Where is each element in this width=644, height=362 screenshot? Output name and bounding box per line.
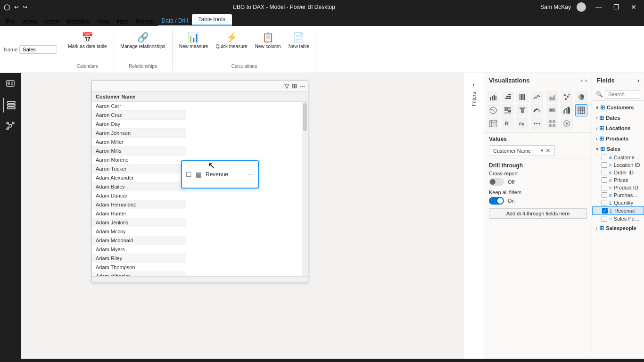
mark-as-date-btn[interactable]: 📅 Mark as date table — [65, 30, 109, 51]
field-checkbox[interactable] — [602, 155, 607, 160]
manage-relationships-btn[interactable]: 🔗 Manage relationships — [118, 30, 168, 51]
table-row[interactable]: Aaron Cruz — [92, 111, 186, 120]
more-options-icon[interactable]: ··· — [300, 82, 305, 90]
field-item[interactable]: ΣQuantity — [592, 199, 644, 206]
table-row[interactable]: Adam Duncan — [92, 191, 186, 200]
table-row[interactable]: Aaron Johnson — [92, 129, 186, 138]
viz-more[interactable] — [531, 117, 543, 130]
field-group-header-customers[interactable]: ▾⊞Customers — [592, 103, 644, 112]
viz-arrow-left[interactable]: ‹ — [581, 77, 583, 84]
field-item[interactable]: ≡Customer ID — [592, 154, 644, 161]
scrollbar-thumb[interactable] — [303, 103, 307, 131]
viz-scatter[interactable] — [561, 91, 573, 103]
drag-card-more[interactable]: ··· — [248, 170, 254, 179]
field-checkbox[interactable] — [602, 185, 607, 190]
field-group-header-products[interactable]: ›⊞Products — [592, 134, 644, 143]
sidebar-report-icon[interactable] — [3, 77, 18, 92]
menu-help[interactable]: Help — [113, 17, 132, 26]
viz-funnel[interactable] — [516, 104, 528, 116]
table-row[interactable]: Adam Hernandez — [92, 200, 186, 209]
viz-area-chart[interactable] — [546, 91, 558, 103]
viz-pie[interactable] — [575, 91, 587, 103]
field-item[interactable]: ≡Order ID — [592, 169, 644, 176]
field-checkbox[interactable] — [602, 162, 607, 168]
table-row[interactable]: Adam Bailey — [92, 182, 186, 191]
table-row[interactable]: Adam Wheeler — [92, 272, 186, 276]
menu-modeling[interactable]: Modeling — [63, 17, 93, 26]
table-row[interactable]: Adam Mccoy — [92, 227, 186, 236]
menu-file[interactable]: File — [2, 17, 18, 26]
table-row[interactable]: Aaron Carr — [92, 102, 186, 111]
viz-kpi[interactable] — [561, 104, 573, 116]
cross-report-toggle[interactable] — [489, 178, 504, 186]
keep-filters-toggle[interactable] — [489, 197, 504, 205]
field-group-header-locations[interactable]: ›⊞Locations — [592, 123, 644, 133]
menu-insert[interactable]: Insert — [41, 17, 63, 26]
viz-column-chart[interactable] — [502, 91, 514, 103]
menu-home[interactable]: Home — [18, 17, 41, 26]
field-item[interactable]: ≡Sales Perso... — [592, 215, 644, 222]
search-input[interactable] — [605, 90, 640, 99]
table-row[interactable]: Aaron Miller — [92, 138, 186, 147]
menu-data-drill[interactable]: Data / Drill — [158, 16, 192, 26]
quick-measure-btn[interactable]: ⚡ Quick measure — [213, 30, 250, 51]
viz-matrix[interactable] — [487, 117, 499, 130]
fields-expand-arrow[interactable]: › — [637, 77, 639, 84]
viz-py-visual[interactable]: Py — [516, 117, 528, 130]
viz-table[interactable] — [575, 104, 587, 116]
field-group-header-salespeople[interactable]: ›⊞Salespeople — [592, 223, 644, 233]
table-row[interactable]: Aaron Tucker — [92, 165, 186, 173]
filter-collapse-arrow[interactable]: ‹ — [472, 81, 475, 88]
new-column-btn[interactable]: 📋 New column — [252, 30, 284, 51]
viz-extra1[interactable] — [546, 117, 558, 130]
close-btn[interactable]: ✕ — [627, 2, 640, 12]
field-group-header-sales[interactable]: ▾⊞Sales — [592, 144, 644, 154]
table-row[interactable]: Aaron Mills — [92, 147, 186, 156]
canvas-area[interactable]: ▽ ⊞ ··· Customer Name Aaron CarrAaron Cr… — [21, 73, 463, 359]
field-checkbox[interactable] — [602, 200, 607, 206]
viz-r-visual[interactable]: R — [502, 117, 514, 130]
table-row[interactable]: Aaron Moreno — [92, 156, 186, 165]
minimize-btn[interactable]: — — [592, 2, 606, 12]
field-checkbox[interactable] — [602, 216, 607, 222]
viz-arrow-right[interactable]: › — [585, 77, 587, 84]
viz-gauge[interactable] — [531, 104, 543, 116]
field-item[interactable]: ✓ΣRevenue — [592, 206, 644, 215]
viz-treemap[interactable] — [502, 104, 514, 116]
table-row[interactable]: Aaron Day — [92, 120, 186, 129]
new-measure-btn[interactable]: 📊 New measure — [176, 30, 211, 51]
filter-icon[interactable]: ▽ — [284, 82, 289, 90]
table-row[interactable]: Adam Riley — [92, 254, 186, 263]
name-input[interactable] — [19, 45, 57, 54]
table-row[interactable]: Adam Myers — [92, 245, 186, 254]
sidebar-model-icon[interactable] — [3, 118, 18, 133]
table-scroll[interactable]: Aaron CarrAaron CruzAaron DayAaron Johns… — [92, 102, 308, 276]
field-item[interactable]: ≡Product ID — [592, 184, 644, 191]
table-row[interactable]: Adam Jenkins — [92, 218, 186, 227]
restore-btn[interactable]: ❐ — [610, 2, 623, 12]
table-row[interactable]: Adam Mcdonald — [92, 236, 186, 245]
table-scrollbar[interactable] — [302, 102, 308, 276]
viz-line-chart[interactable] — [531, 91, 543, 103]
focus-icon[interactable]: ⊞ — [292, 82, 297, 90]
table-hscroll[interactable] — [92, 276, 308, 282]
table-row[interactable]: Adam Thompson — [92, 263, 186, 272]
table-row[interactable]: Adam Alexander — [92, 173, 186, 182]
sidebar-data-icon[interactable] — [3, 98, 18, 113]
viz-map[interactable] — [487, 104, 499, 116]
field-item[interactable]: ≡Purchase D... — [592, 191, 644, 199]
field-checkbox[interactable] — [602, 170, 607, 175]
field-checkbox[interactable] — [602, 192, 607, 198]
field-group-header-dates[interactable]: ›⊞Dates — [592, 113, 644, 123]
field-item[interactable]: ≡Prices — [592, 176, 644, 184]
values-box[interactable]: Customer Name ▾ ✕ — [489, 145, 555, 156]
table-row[interactable]: Adam Hunter — [92, 209, 186, 218]
menu-view[interactable]: View — [93, 17, 113, 26]
viz-card[interactable]: 123 — [546, 104, 558, 116]
revenue-drag-card[interactable]: ☐ ▦ Revenue ··· — [181, 160, 259, 189]
field-checkbox[interactable] — [602, 177, 607, 183]
menu-table-tools[interactable]: Table tools — [192, 14, 232, 26]
add-drill-fields-btn[interactable]: Add drill-through fields here — [489, 208, 587, 219]
new-table-btn[interactable]: 📄 New table — [286, 30, 312, 51]
menu-format[interactable]: Format — [132, 17, 158, 26]
